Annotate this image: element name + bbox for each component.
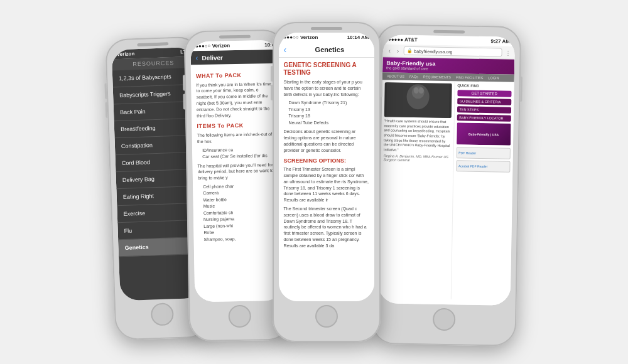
genetics-body2: Decisions about genetic screening ar tes… (284, 129, 369, 153)
section2-body2: The hospital will provide you'll need fo… (197, 161, 276, 181)
scene: Verizon LTE RESOURCES 1,2,3s of Babyscri… (6, 6, 622, 358)
bullet-item: Car seat (Car Se installed (for dis (202, 152, 276, 160)
bullet-item-t13: Trisomy 13 (289, 107, 369, 114)
speaker-3 (311, 27, 342, 30)
status-bar-2: ●●●○○ Verizon 10:0 (190, 40, 279, 50)
pdf-link-1[interactable]: PDF Reader (456, 147, 511, 159)
nav-faqs[interactable]: FAQs (407, 74, 420, 79)
browser-back-button[interactable]: ‹ (386, 46, 392, 55)
genetics-body: GENETIC SCREENING A TESTING Starting in … (279, 58, 374, 301)
carrier-2: ●●●○○ Verizon (195, 43, 230, 49)
pdf-link-2[interactable]: Acrobat PDF Reader (455, 160, 510, 173)
genetics-screening-body: The First Trimester Screen is a simpl sa… (284, 166, 369, 203)
thumb-purple-content: Baby-Friendly | USA (456, 122, 511, 146)
delivery-title: Deliver (202, 53, 223, 61)
address-bar[interactable]: 🔒 babyfriendlyusa.org (403, 46, 502, 57)
speaker-2 (219, 35, 250, 38)
vol-button-2 (105, 102, 107, 118)
carrier-4: ●●●●● AT&T (387, 36, 417, 43)
nav-login[interactable]: LOGIN (486, 75, 501, 80)
phone-4-screen: ●●●●● AT&T 9:27 AM ‹ › 🔒 babyfriendlyusa… (378, 35, 514, 306)
bullet-item-ds: Down Syndrome (Trisomy 21) (289, 100, 369, 107)
delivery-nav: ‹ Deliver (190, 49, 279, 64)
time-4: 9:27 AM (490, 38, 510, 45)
url-text: babyfriendlyusa.org (414, 49, 452, 54)
quick-find-label: QUICK FIND (457, 83, 512, 88)
vol-button-2a (183, 75, 185, 90)
browser-content: "Health care systems should ensure that … (378, 80, 514, 301)
lock-icon: 🔒 (407, 48, 413, 53)
carrier-1: Verizon (116, 51, 134, 57)
speaker-1 (137, 42, 168, 46)
site-quote: "Health care systems should ensure that … (383, 119, 450, 154)
phone-3-screen: ●●●○○ Verizon 10:14 AM ‹ Genetics GENETI… (279, 33, 374, 301)
browser-forward-button[interactable]: › (394, 46, 401, 55)
right-thumb-1: Baby-Friendly | USA (456, 122, 511, 146)
phone-4: ●●●●● AT&T 9:27 AM ‹ › 🔒 babyfriendlyusa… (371, 24, 521, 346)
baby-image (384, 82, 451, 118)
quote-author: Regina A. Benjamin, MD, MBA Former US Su… (383, 154, 450, 163)
get-started-btn[interactable]: GET STARTED (457, 90, 511, 97)
phone-3: ●●●○○ Verizon 10:14 AM ‹ Genetics GENETI… (273, 22, 381, 342)
browser-right-panel: QUICK FIND GET STARTED GUIDELINES & CRIT… (451, 81, 514, 301)
vol-button-2b (183, 94, 185, 109)
locator-btn[interactable]: BABY-FRIENDLY LOCATOR (457, 114, 511, 122)
speaker-4 (433, 30, 465, 34)
home-button-2[interactable] (228, 304, 251, 328)
browser-screen: ‹ › 🔒 babyfriendlyusa.org ⋮ Baby-Friendl… (378, 44, 514, 306)
status-bar-3: ●●●○○ Verizon 10:14 AM (279, 33, 374, 42)
nav-about[interactable]: ABOUT US (384, 73, 406, 79)
section2-heading: ITEMS To PACK (197, 121, 276, 131)
genetics-main-title: GENETIC SCREENING A TESTING (284, 62, 369, 77)
bullet-item-t18: Trisomy 18 (289, 113, 369, 120)
site-tagline: the gold standard of care (386, 66, 435, 70)
back-arrow-3[interactable]: ‹ (284, 45, 287, 55)
genetics-page-title: Genetics (290, 46, 369, 53)
section1-body: If you think you are in la When it's tim… (196, 80, 276, 119)
nav-facilities[interactable]: FIND FACILITIES (453, 75, 485, 80)
home-button-1[interactable] (150, 302, 173, 326)
delivery-body: WHAT To PACK If you think you are in la … (190, 63, 284, 301)
screening-options-title: SCREENING OPTIONS: (284, 157, 369, 165)
home-button-4[interactable] (432, 308, 455, 331)
home-button-3[interactable] (315, 305, 338, 328)
vol-button-3b (271, 85, 273, 100)
vol-button-3a (271, 66, 273, 82)
ten-steps-btn[interactable]: TEN STEPS (457, 106, 511, 114)
time-3: 10:14 AM (347, 35, 369, 40)
bullet-item-ntd: Neural Tube Defects (289, 120, 369, 127)
guidelines-btn[interactable]: GUIDELINES & CRITERIA (457, 98, 511, 105)
browser-left-panel: "Health care systems should ensure that … (378, 80, 455, 299)
vol-button-1 (104, 83, 107, 99)
phone-2-screen: ●●●○○ Verizon 10:0 ‹ Deliver WHAT To PAC… (190, 40, 284, 301)
bullet-item: Shampoo, soap, (203, 235, 278, 243)
baby-friendly-logo-area: Baby-Friendly usa the gold standard of c… (386, 60, 435, 70)
delivery-screen: ‹ Deliver WHAT To PACK If you think you … (190, 49, 284, 301)
nav-requirements[interactable]: REQUIREMENTS (421, 74, 452, 80)
side-button-3 (381, 72, 382, 97)
browser-menu-icon[interactable]: ⋮ (504, 49, 511, 56)
baby-friendly-header: Baby-Friendly usa the gold standard of c… (382, 57, 514, 75)
carrier-3: ●●●○○ Verizon (284, 35, 318, 40)
genetics-body3: The Second trimester screen (Quad c scre… (284, 206, 369, 249)
thumb-label: Baby-Friendly | USA (468, 132, 498, 136)
side-button-4 (520, 77, 522, 102)
section1-heading: WHAT To PACK (195, 70, 274, 80)
section2-intro: The following items are in/check-out of … (197, 131, 276, 144)
genetics-intro: Starting in the early stages of your p y… (284, 79, 369, 97)
genetics-screen: ‹ Genetics GENETIC SCREENING A TESTING S… (279, 42, 374, 301)
back-arrow-2[interactable]: ‹ (195, 53, 198, 62)
genetics-nav: ‹ Genetics (279, 42, 374, 58)
